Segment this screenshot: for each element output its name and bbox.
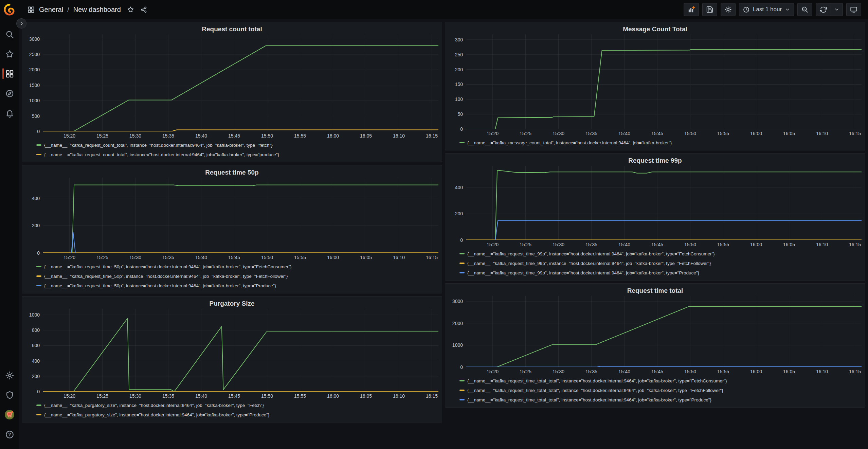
panel-title[interactable]: Message Count Total [449, 24, 862, 34]
legend-swatch [459, 390, 465, 391]
sidebar-item-dashboards[interactable] [0, 64, 19, 84]
x-tick-label: 15:25 [520, 369, 531, 374]
share-dashboard-button[interactable] [140, 6, 147, 13]
legend-item[interactable]: {__name__="kafka_request_time_99p", inst… [459, 268, 862, 277]
plot-area[interactable] [466, 34, 862, 129]
y-axis: 0200400 [449, 166, 466, 240]
x-tick-label: 15:25 [96, 393, 108, 399]
x-tick-label: 16:15 [426, 133, 438, 139]
time-range-picker[interactable]: Last 1 hour [739, 3, 794, 16]
grafana-logo[interactable] [4, 4, 15, 16]
y-tick-label: 400 [32, 358, 40, 364]
y-tick-label: 300 [455, 37, 463, 42]
plot-area[interactable] [43, 309, 438, 392]
legend-item[interactable]: {__name__="kafka_purgatory_size", instan… [36, 410, 438, 419]
sidebar-item-search[interactable] [0, 24, 19, 44]
legend-item[interactable]: {__name__="kafka_request_time_total_tota… [459, 385, 862, 395]
x-tick-label: 15:30 [553, 131, 564, 136]
add-panel-button[interactable] [684, 3, 699, 16]
breadcrumb-dashboard-title[interactable]: New dashboard [73, 6, 121, 14]
compass-icon [5, 89, 14, 98]
panel-title[interactable]: Request time 99p [449, 156, 862, 166]
legend-item[interactable]: {__name__="kafka_request_count_total", i… [36, 150, 438, 159]
x-tick-label: 15:45 [651, 369, 663, 374]
plot-area[interactable] [466, 296, 862, 367]
x-axis: 15:2015:2515:3015:3515:4015:4515:5015:55… [43, 392, 438, 400]
save-icon [706, 6, 713, 13]
user-avatar [5, 410, 14, 419]
legend: {__name__="kafka_request_count_total", i… [25, 140, 438, 159]
panel-title[interactable]: Request time total [449, 286, 862, 296]
legend-item[interactable]: {__name__="kafka_request_time_50p", inst… [36, 262, 438, 271]
legend-item[interactable]: {__name__="kafka_request_time_total_tota… [459, 376, 862, 385]
refresh-interval-dropdown[interactable] [831, 3, 843, 16]
panel-title[interactable]: Request count total [25, 24, 438, 34]
y-tick-label: 400 [455, 185, 463, 190]
x-tick-label: 15:20 [487, 242, 499, 247]
y-axis: 02004006008001000 [25, 309, 43, 392]
refresh-dashboard-button[interactable] [816, 3, 831, 16]
x-tick-label: 16:10 [393, 393, 405, 399]
legend-item[interactable]: {__name__="kafka_request_time_50p", inst… [36, 271, 438, 281]
panel-title[interactable]: Purgatory Size [25, 299, 438, 309]
sidebar-item-alerting[interactable] [0, 103, 19, 123]
x-tick-label: 15:20 [64, 393, 75, 399]
chart-area: 050100150200250300 [449, 34, 862, 129]
cycle-view-mode-button[interactable] [846, 3, 861, 16]
x-tick-label: 15:30 [129, 393, 141, 399]
y-tick-label: 0 [460, 126, 463, 132]
x-tick-label: 15:50 [261, 255, 273, 260]
sidebar-item-explore[interactable] [0, 84, 19, 103]
x-tick-label: 15:55 [717, 369, 729, 374]
legend-series-label: {__name__="kafka_request_time_99p", inst… [467, 270, 699, 275]
x-tick-label: 15:30 [553, 242, 564, 247]
y-tick-label: 1000 [452, 342, 463, 348]
dashboard-settings-button[interactable] [721, 3, 736, 16]
sidebar-item-server-admin[interactable] [0, 385, 19, 405]
star-dashboard-button[interactable] [127, 6, 134, 13]
legend-item[interactable]: {__name__="kafka_request_time_99p", inst… [459, 249, 862, 258]
panel-request-time-total: Request time total010002000300015:2015:2… [445, 283, 865, 408]
y-tick-label: 600 [32, 343, 40, 348]
x-tick-label: 15:40 [618, 131, 630, 136]
x-tick-label: 15:20 [487, 131, 499, 136]
legend-item[interactable]: {__name__="kafka_purgatory_size", instan… [36, 400, 438, 410]
plot-area[interactable] [43, 178, 438, 253]
sidebar-expand-button[interactable] [16, 18, 26, 29]
breadcrumb-folder[interactable]: General [39, 6, 63, 14]
sidebar-item-help[interactable]: ? [0, 425, 19, 444]
panel-title[interactable]: Request time 50p [25, 167, 438, 178]
x-tick-label: 16:00 [750, 242, 762, 247]
legend-item[interactable]: {__name__="kafka_request_time_50p", inst… [36, 281, 438, 290]
x-tick-label: 15:35 [162, 393, 174, 399]
x-axis: 15:2015:2515:3015:3515:4015:4515:5015:55… [43, 253, 438, 261]
legend-series-label: {__name__="kafka_request_time_50p", inst… [44, 264, 292, 269]
legend-swatch [36, 414, 41, 415]
legend-swatch [36, 266, 41, 267]
legend-item[interactable]: {__name__="kafka_request_time_99p", inst… [459, 258, 862, 268]
sidebar-item-starred[interactable] [0, 44, 19, 64]
zoom-out-time-button[interactable] [797, 3, 812, 16]
apps-grid-icon [27, 6, 35, 14]
x-tick-label: 16:05 [360, 133, 372, 139]
breadcrumb-separator: / [67, 6, 69, 14]
sidebar-item-profile[interactable] [0, 405, 19, 425]
legend-item[interactable]: {__name__="kafka_message_count_total", i… [459, 138, 862, 147]
legend: {__name__="kafka_message_count_total", i… [449, 137, 862, 147]
x-tick-label: 16:15 [849, 369, 861, 374]
save-dashboard-button[interactable] [702, 3, 717, 16]
plot-area[interactable] [466, 166, 862, 240]
legend-series-label: {__name__="kafka_purgatory_size", instan… [44, 403, 264, 408]
sidebar: ? [0, 0, 19, 449]
x-tick-label: 16:05 [783, 242, 795, 247]
plot-area[interactable] [43, 34, 438, 131]
x-tick-label: 15:25 [520, 131, 531, 136]
star-icon [127, 6, 134, 13]
x-tick-label: 15:40 [618, 369, 630, 374]
sidebar-item-configuration[interactable] [0, 365, 19, 385]
chart-area: 050010001500200025003000 [25, 34, 438, 131]
legend-item[interactable]: {__name__="kafka_request_count_total", i… [36, 140, 438, 150]
legend-item[interactable]: {__name__="kafka_request_time_total_tota… [459, 395, 862, 405]
chevron-down-icon [834, 7, 839, 12]
panel-request-time-50p: Request time 50p020040015:2015:2515:3015… [22, 165, 442, 293]
